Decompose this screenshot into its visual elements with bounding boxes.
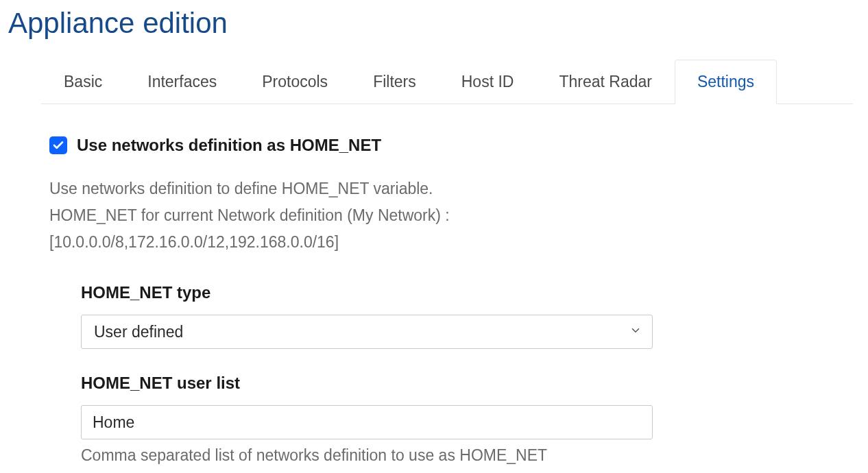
use-networks-row: Use networks definition as HOME_NET — [49, 136, 819, 155]
tab-threat-radar[interactable]: Threat Radar — [536, 60, 675, 104]
home-net-user-list-label: HOME_NET user list — [81, 374, 819, 393]
tab-basic[interactable]: Basic — [41, 60, 125, 104]
tab-settings[interactable]: Settings — [675, 60, 777, 104]
home-net-user-list-input[interactable] — [81, 405, 653, 439]
home-net-type-select[interactable]: User defined — [81, 315, 653, 349]
home-net-description: Use networks definition to define HOME_N… — [49, 175, 819, 256]
description-line-3: [10.0.0.0/8,172.16.0.0/12,192.168.0.0/16… — [49, 229, 819, 256]
description-line-2: HOME_NET for current Network definition … — [49, 202, 819, 229]
page-title: Appliance edition — [8, 7, 860, 40]
home-net-user-list-help: Comma separated list of networks definit… — [81, 446, 819, 465]
tab-interfaces[interactable]: Interfaces — [125, 60, 239, 104]
tab-host-id[interactable]: Host ID — [439, 60, 537, 104]
tab-protocols[interactable]: Protocols — [239, 60, 350, 104]
home-net-type-label: HOME_NET type — [81, 283, 819, 302]
tab-filters[interactable]: Filters — [350, 60, 439, 104]
use-networks-checkbox[interactable] — [49, 136, 67, 154]
home-net-type-group: HOME_NET type User defined — [81, 283, 819, 349]
home-net-user-list-group: HOME_NET user list Comma separated list … — [81, 374, 819, 465]
settings-panel: Use networks definition as HOME_NET Use … — [8, 104, 860, 465]
description-line-1: Use networks definition to define HOME_N… — [49, 175, 819, 202]
home-net-type-select-wrapper: User defined — [81, 315, 653, 349]
use-networks-label: Use networks definition as HOME_NET — [77, 136, 381, 155]
tabs-container: Basic Interfaces Protocols Filters Host … — [41, 59, 853, 104]
check-icon — [52, 139, 64, 151]
